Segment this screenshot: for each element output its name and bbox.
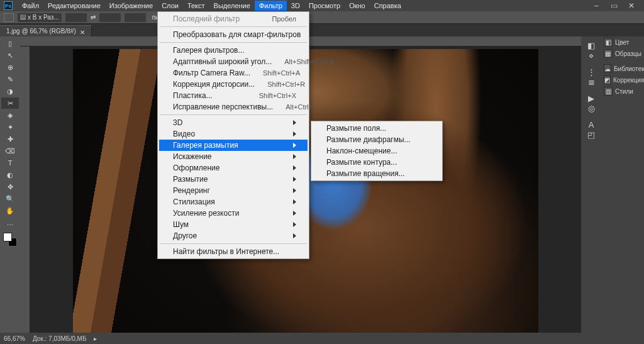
- swatches-icon: ▦: [604, 49, 613, 58]
- color-swatches[interactable]: [3, 233, 17, 247]
- menu-item-last-filter: Последний фильтр Пробел: [159, 13, 308, 25]
- tool-heal[interactable]: ✚: [1, 133, 19, 145]
- tool-more[interactable]: …: [1, 217, 19, 228]
- tool-marquee[interactable]: ⊕: [1, 62, 19, 73]
- adjustments-icon: ◩: [604, 75, 611, 84]
- menu-file[interactable]: Файл: [18, 1, 43, 11]
- tool-crop[interactable]: ✂: [1, 97, 19, 109]
- fg-color[interactable]: [3, 233, 12, 241]
- menu-window[interactable]: Окно: [345, 1, 370, 11]
- tool-quickselect[interactable]: ◑: [1, 86, 19, 97]
- submenu-item-iris-blur[interactable]: Размытие диафрагмы...: [313, 134, 441, 145]
- panel-icon[interactable]: ⋄: [589, 51, 594, 60]
- panel-label: Стили: [615, 88, 633, 95]
- tool-frame[interactable]: ▯: [1, 38, 19, 49]
- doc-info[interactable]: Док.: 7,03МБ/0,МБ: [33, 335, 87, 342]
- tool-move[interactable]: ↖: [1, 50, 19, 61]
- submenu-item-tilt-shift[interactable]: Наклон-смещение...: [313, 145, 441, 157]
- menu-3d[interactable]: 3D: [287, 1, 304, 11]
- panel-icon[interactable]: ⋮: [587, 67, 596, 77]
- color-icon: ◧: [604, 38, 613, 47]
- menu-item-artistic[interactable]: Стилизация: [159, 196, 308, 208]
- panel-swatches[interactable]: ▦ Образцы: [601, 48, 644, 59]
- panel-icon[interactable]: ≣: [588, 77, 595, 87]
- tool-type[interactable]: T: [1, 157, 19, 169]
- menu-item-wide[interactable]: Адаптивный широкий угол... Alt+Shift+Ctr…: [159, 56, 308, 67]
- app-logo: Ps: [4, 1, 13, 10]
- menu-item-blur[interactable]: Размытие: [159, 174, 308, 185]
- menu-item-vanishing[interactable]: Исправление перспективы... Alt+Ctrl+V: [159, 101, 308, 113]
- tool-lasso[interactable]: ✎: [1, 74, 19, 85]
- tool-zoom[interactable]: 🔍: [1, 193, 19, 204]
- menu-item-render[interactable]: Рендеринг: [159, 185, 308, 196]
- menu-edit[interactable]: Редактирование: [43, 1, 105, 11]
- opt-field[interactable]: [99, 13, 121, 22]
- menu-type[interactable]: Текст: [183, 1, 209, 11]
- menu-item-noise[interactable]: Шум: [159, 219, 308, 230]
- menu-item-distort[interactable]: Искажение: [159, 151, 308, 162]
- document-tab-strip: 1.jpg @ 66,7% (RGB/8#) ✕: [0, 24, 644, 36]
- panel-label: Библиотеки: [614, 65, 644, 72]
- tool-brush[interactable]: ✦: [1, 121, 19, 133]
- submenu-item-path-blur[interactable]: Размытие контура...: [313, 157, 441, 168]
- tool-eraser[interactable]: ⌫: [1, 145, 19, 157]
- menu-item-video[interactable]: Видео: [159, 128, 308, 140]
- styles-icon: ▥: [604, 87, 613, 96]
- work-area: ▯ ↖ ⊕ ✎ ◑ ✂ ◈ ✦ ✚ ⌫ T ◐ ✥ 🔍 ✋ … ◧⋄ ⋮≣ ▶◎…: [0, 36, 644, 333]
- status-bar: 66,67% Док.: 7,03МБ/0,МБ ▸: [0, 333, 644, 344]
- close-icon[interactable]: ✕: [80, 29, 85, 34]
- libraries-icon: ☁: [604, 64, 611, 73]
- menu-item-other[interactable]: Другое: [159, 230, 308, 241]
- panel-icon[interactable]: A: [589, 120, 594, 130]
- panel-icon[interactable]: ◎: [588, 104, 595, 113]
- panel-adjustments[interactable]: ◩ Коррекция: [601, 74, 644, 86]
- submenu-item-field-blur[interactable]: Размытие поля...: [313, 123, 441, 134]
- document-tab[interactable]: 1.jpg @ 66,7% (RGB/8#) ✕: [0, 25, 92, 36]
- tool-hand[interactable]: ✋: [1, 205, 19, 216]
- tool-shape[interactable]: ✥: [1, 181, 19, 192]
- panel-color[interactable]: ◧ Цвет: [601, 36, 644, 48]
- document-tab-label: 1.jpg @ 66,7% (RGB/8#): [6, 28, 76, 35]
- menu-item-gallery[interactable]: Галерея фильтров...: [159, 45, 308, 56]
- menu-item-smart[interactable]: Преобразовать для смарт-фильтров: [159, 29, 308, 40]
- crop-tool-icon[interactable]: [4, 13, 14, 22]
- menu-view[interactable]: Просмотр: [304, 1, 345, 11]
- submenu-item-spin-blur[interactable]: Размытие вращения...: [313, 168, 441, 179]
- menu-item-3d[interactable]: 3D: [159, 117, 308, 128]
- panel-libraries[interactable]: ☁ Библиотеки: [601, 63, 644, 74]
- menu-select[interactable]: Выделение: [209, 1, 255, 11]
- panel-icon[interactable]: ◰: [587, 130, 595, 140]
- menu-image[interactable]: Изображение: [105, 1, 157, 11]
- menu-item-liquify[interactable]: Пластика... Shift+Ctrl+X: [159, 90, 308, 101]
- panel-label: Коррекция: [613, 77, 644, 84]
- menu-item-blur-gallery[interactable]: Галерея размытия: [159, 140, 308, 151]
- panel-icon[interactable]: ◧: [587, 41, 595, 50]
- menu-item-stylize[interactable]: Оформление: [159, 162, 308, 174]
- window-minimize[interactable]: –: [587, 1, 605, 10]
- zoom-level[interactable]: 66,67%: [4, 335, 25, 342]
- menu-item-lens[interactable]: Коррекция дисторсии... Shift+Ctrl+R: [159, 79, 308, 90]
- panel-label: Образцы: [615, 50, 641, 57]
- tool-eyedropper[interactable]: ◈: [1, 109, 19, 121]
- crop-preset-dropdown[interactable]: Ш x В x Раз...: [18, 13, 62, 22]
- opt-field[interactable]: [125, 13, 146, 22]
- opt-field[interactable]: [65, 13, 87, 22]
- menu-item-cameraraw[interactable]: Фильтр Camera Raw... Shift+Ctrl+A: [159, 67, 308, 79]
- panel-styles[interactable]: ▥ Стили: [601, 86, 644, 97]
- menu-layers[interactable]: Слои: [157, 1, 183, 11]
- menu-item-sharpen[interactable]: Усиление резкости: [159, 208, 308, 219]
- window-restore[interactable]: ▭: [605, 1, 623, 10]
- menu-filter[interactable]: Фильтр: [255, 1, 287, 11]
- menu-help[interactable]: Справка: [370, 1, 406, 11]
- panel-label: Цвет: [615, 39, 629, 46]
- panel-dock: ◧ Цвет ▦ Образцы ☁ Библиотеки ◩ Коррекци…: [601, 36, 644, 333]
- vertical-ruler: [20, 47, 30, 333]
- menu-item-online[interactable]: Найти фильтры в Интернете...: [159, 246, 308, 257]
- menu-bar: Ps Файл Редактирование Изображение Слои …: [0, 0, 644, 11]
- blur-gallery-submenu: Размытие поля... Размытие диафрагмы... Н…: [311, 121, 443, 181]
- tool-gradient[interactable]: ◐: [1, 169, 19, 180]
- toolbox: ▯ ↖ ⊕ ✎ ◑ ✂ ◈ ✦ ✚ ⌫ T ◐ ✥ 🔍 ✋ …: [0, 36, 20, 333]
- window-controls: – ▭ ✕: [587, 1, 640, 10]
- window-close[interactable]: ✕: [623, 1, 640, 10]
- panel-icon[interactable]: ▶: [588, 94, 594, 103]
